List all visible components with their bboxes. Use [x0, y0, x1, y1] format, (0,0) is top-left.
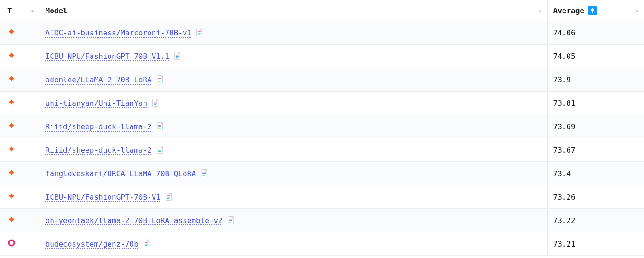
model-card-icon[interactable] [201, 169, 208, 178]
svg-rect-10 [9, 76, 14, 81]
header-type-label: T [7, 6, 12, 15]
table-row: fangloveskari/ORCA_LLaMA_70B_QLoRA 73.4 [0, 162, 644, 185]
average-value: 73.22 [553, 216, 575, 225]
table-row: Riiid/sheep-duck-llama-2 73.67 [0, 138, 644, 162]
svg-rect-22 [158, 125, 161, 126]
header-average[interactable]: Average ▲ [547, 0, 644, 21]
svg-rect-47 [145, 242, 148, 243]
header-model[interactable]: Model ▲ [40, 0, 547, 21]
model-card-icon[interactable] [156, 145, 164, 155]
model-link[interactable]: Riiid/sheep-duck-llama-2 [46, 146, 152, 155]
model-card-icon[interactable] [227, 216, 235, 225]
svg-rect-15 [9, 99, 14, 104]
svg-rect-29 [158, 151, 161, 152]
model-card-icon[interactable] [156, 75, 164, 84]
svg-rect-42 [229, 219, 232, 220]
average-value: 74.06 [553, 29, 575, 37]
table-row: oh-yeontaek/llama-2-70B-LoRA-assemble-v2… [0, 209, 644, 232]
svg-rect-9 [176, 57, 178, 58]
type-finetuned-icon [7, 75, 16, 83]
svg-rect-30 [9, 170, 14, 175]
model-link[interactable]: ICBU-NPU/FashionGPT-70B-V1 [46, 193, 161, 201]
svg-rect-19 [154, 104, 156, 105]
svg-rect-38 [167, 197, 170, 198]
svg-rect-13 [158, 80, 161, 80]
header-type[interactable]: T ▲ [0, 0, 40, 21]
table-header-row: T ▲ Model ▲ Average ▲ [0, 0, 644, 21]
svg-rect-4 [198, 34, 200, 35]
model-link[interactable]: ICBU-NPU/FashionGPT-70B-V1.1 [46, 52, 170, 61]
average-value: 73.69 [553, 122, 575, 131]
average-value: 73.67 [553, 146, 575, 155]
svg-point-45 [9, 240, 14, 246]
type-finetuned-icon [7, 215, 16, 224]
type-finetuned-icon [7, 192, 16, 200]
model-card-icon[interactable] [174, 52, 181, 61]
type-finetuned-icon [7, 168, 16, 177]
table-row: adonlee/LLaMA_2_70B_LoRA 73.9 [0, 68, 644, 92]
model-link[interactable]: fangloveskari/ORCA_LLaMA_70B_QLoRA [46, 169, 196, 178]
model-card-icon[interactable] [156, 122, 164, 131]
leaderboard-table: T ▲ Model ▲ Average ▲ [0, 0, 644, 256]
table-row: uni-tianyan/Uni-TianYan 73.81 [0, 92, 644, 115]
model-link[interactable]: adonlee/LLaMA_2_70B_LoRA [46, 75, 152, 84]
model-card-icon[interactable] [196, 28, 203, 37]
table-row: budecosystem/genz-70b 73.21 [0, 232, 644, 256]
model-card-icon[interactable] [152, 98, 159, 108]
average-value: 73.21 [553, 240, 575, 248]
sort-caret-icon: ▲ [636, 8, 638, 13]
svg-rect-17 [154, 102, 157, 103]
model-card-icon[interactable] [143, 239, 150, 248]
svg-rect-8 [176, 56, 179, 57]
type-finetuned-icon [7, 121, 16, 130]
svg-rect-18 [154, 103, 157, 104]
svg-rect-28 [158, 150, 161, 151]
average-value: 74.05 [553, 52, 575, 61]
svg-rect-27 [158, 149, 161, 149]
sort-caret-icon: ▲ [539, 8, 541, 13]
type-finetuned-icon [7, 51, 16, 59]
average-value: 73.9 [553, 75, 571, 84]
model-link[interactable]: oh-yeontaek/llama-2-70B-LoRA-assemble-v2 [46, 216, 223, 225]
table-row: Riiid/sheep-duck-llama-2 73.69 [0, 115, 644, 138]
table-row: ICBU-NPU/FashionGPT-70B-V1 73.26 [0, 185, 644, 209]
svg-rect-33 [202, 173, 206, 174]
average-value: 73.26 [553, 193, 575, 201]
svg-rect-23 [158, 126, 161, 127]
type-pretrained-icon [7, 239, 16, 247]
svg-rect-37 [167, 195, 170, 196]
svg-rect-34 [202, 175, 205, 176]
svg-rect-2 [198, 31, 201, 32]
header-model-label: Model [46, 6, 68, 15]
svg-rect-12 [158, 78, 161, 79]
table-row: AIDC-ai-business/Marcoroni-70B-v1 74.06 [0, 21, 644, 45]
svg-rect-3 [198, 33, 201, 34]
svg-rect-49 [145, 245, 147, 246]
type-finetuned-icon [7, 28, 16, 36]
svg-rect-14 [158, 81, 161, 82]
svg-rect-32 [202, 172, 206, 173]
model-link[interactable]: Riiid/sheep-duck-llama-2 [46, 122, 152, 131]
model-link[interactable]: AIDC-ai-business/Marcoroni-70B-v1 [46, 29, 192, 37]
average-value: 73.81 [553, 99, 575, 108]
sort-active-up-icon [588, 6, 597, 15]
svg-rect-40 [9, 217, 14, 222]
svg-rect-24 [158, 128, 161, 129]
svg-rect-39 [167, 198, 169, 199]
type-finetuned-icon [7, 145, 16, 153]
model-card-icon[interactable] [165, 192, 172, 201]
table-row: ICBU-NPU/FashionGPT-70B-V1.1 74.05 [0, 45, 644, 68]
svg-rect-25 [9, 146, 14, 151]
svg-rect-7 [176, 55, 179, 56]
model-link[interactable]: budecosystem/genz-70b [46, 240, 138, 248]
svg-rect-0 [9, 29, 14, 34]
svg-rect-35 [9, 193, 14, 198]
svg-rect-43 [229, 220, 232, 221]
svg-rect-20 [9, 123, 14, 128]
model-link[interactable]: uni-tianyan/Uni-TianYan [46, 99, 148, 108]
type-finetuned-icon [7, 98, 16, 106]
svg-rect-5 [9, 52, 14, 57]
svg-rect-44 [229, 222, 231, 223]
sort-caret-icon: ▲ [31, 8, 34, 13]
average-value: 73.4 [553, 169, 571, 178]
